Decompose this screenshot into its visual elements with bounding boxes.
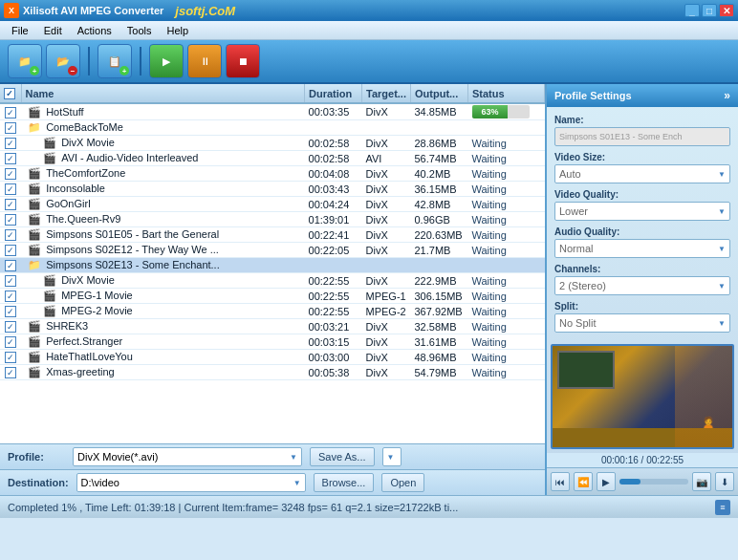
task-add-button[interactable]: 📋 + — [98, 44, 132, 78]
row-name-cell: 🎬 HateThatILoveYou — [21, 350, 305, 365]
table-row[interactable]: 🎬 GoOnGirl 00:04:24 DivX 42.8MB Waiting — [0, 197, 545, 212]
video-size-row: Video Size: Auto ▼ — [554, 152, 730, 183]
prev-frame-button[interactable]: ⏮ — [551, 472, 570, 491]
row-checkbox[interactable] — [5, 199, 16, 210]
row-checkbox[interactable] — [5, 291, 16, 302]
row-checkbox[interactable] — [5, 138, 16, 149]
row-output: 0.96GB — [411, 212, 468, 227]
row-target: DivX — [362, 273, 411, 289]
play-icon: ▶ — [163, 55, 170, 68]
remove-file-button[interactable]: 📂 − — [46, 44, 80, 78]
close-button[interactable]: ✕ — [719, 4, 734, 17]
maximize-button[interactable]: □ — [702, 4, 717, 17]
table-row[interactable]: 🎬 AVI - Audio-Video Interleaved 00:02:58… — [0, 151, 545, 166]
status-waiting: Waiting — [472, 199, 507, 210]
row-checkbox[interactable] — [5, 214, 16, 226]
row-duration: 00:03:43 — [305, 182, 362, 197]
row-target: MPEG-2 — [362, 304, 411, 319]
volume-slider[interactable] — [619, 479, 688, 485]
table-row[interactable]: 🎬 SHREK3 00:03:21 DivX 32.58MB Waiting — [0, 319, 545, 334]
row-checkbox[interactable] — [5, 321, 16, 333]
row-duration: 00:22:55 — [305, 304, 362, 319]
panel-expand-button[interactable]: » — [724, 89, 730, 102]
row-checkbox[interactable] — [5, 153, 16, 164]
row-name-cell: 📁 ComeBackToMe — [21, 120, 305, 136]
split-label: Split: — [554, 301, 730, 312]
table-row[interactable]: 🎬 Inconsolable 00:03:43 DivX 36.15MB Wai… — [0, 182, 545, 197]
open-button[interactable]: Open — [381, 473, 424, 492]
table-row[interactable]: 🎬 DivX Movie 00:02:58 DivX 28.86MB Waiti… — [0, 136, 545, 151]
browse-button[interactable]: Browse... — [314, 473, 375, 492]
stop-button[interactable]: ⏹ — [226, 44, 260, 78]
camera-button[interactable]: 📷 — [692, 472, 711, 491]
pause-button[interactable]: ⏸ — [187, 44, 222, 78]
row-target: DivX — [362, 166, 411, 182]
preview-timecode: 00:00:16 / 00:22:55 — [547, 453, 738, 467]
table-row[interactable]: 🎬 MPEG-2 Movie 00:22:55 MPEG-2 367.92MB … — [0, 304, 545, 319]
video-size-combo[interactable]: Auto ▼ — [554, 164, 730, 183]
row-checkbox[interactable] — [5, 306, 16, 317]
menu-tools[interactable]: Tools — [119, 23, 160, 38]
row-checkbox[interactable] — [5, 168, 16, 180]
dest-combo[interactable]: D:\video ▼ — [76, 473, 306, 492]
row-checkbox[interactable] — [5, 245, 16, 256]
title-bar: X Xilisoft AVI MPEG Converter jsoftj.CoM… — [0, 0, 738, 21]
row-name: SHREK3 — [46, 320, 88, 332]
table-row[interactable]: 🎬 Xmas-greeting 00:05:38 DivX 54.79MB Wa… — [0, 365, 545, 380]
menu-actions[interactable]: Actions — [70, 23, 119, 38]
row-checkbox[interactable] — [5, 367, 16, 378]
channels-combo[interactable]: 2 (Stereo) ▼ — [554, 276, 730, 295]
table-row[interactable]: 🎬 MPEG-1 Movie 00:22:55 MPEG-1 306.15MB … — [0, 289, 545, 304]
row-checkbox[interactable] — [5, 260, 16, 271]
row-checkbox[interactable] — [5, 336, 16, 348]
channels-arrow-icon: ▼ — [718, 282, 726, 291]
select-all-checkbox[interactable] — [4, 88, 15, 99]
video-quality-combo[interactable]: Lower ▼ — [554, 202, 730, 221]
row-target: DivX — [362, 136, 411, 151]
row-checkbox-cell — [0, 289, 21, 304]
status-detail-button[interactable]: ≡ — [715, 500, 730, 515]
row-checkbox[interactable] — [5, 183, 16, 195]
play-button[interactable]: ▶ — [149, 44, 184, 78]
table-row[interactable]: 🎬 HateThatILoveYou 00:03:00 DivX 48.96MB… — [0, 350, 545, 365]
row-checkbox-cell — [0, 120, 21, 136]
row-output: 56.74MB — [411, 151, 468, 166]
row-name-cell: 🎬 AVI - Audio-Video Interleaved — [21, 151, 305, 166]
minimize-button[interactable]: _ — [684, 4, 700, 17]
table-row[interactable]: 📁 Simpsons S02E13 - Some Enchant... — [0, 258, 545, 273]
row-status: Waiting — [468, 365, 545, 380]
row-checkbox[interactable] — [5, 122, 16, 134]
row-output: 220.63MB — [411, 227, 468, 243]
row-name: Simpsons S01E05 - Bart the General — [46, 228, 219, 240]
menu-help[interactable]: Help — [159, 23, 196, 38]
col-header-target: Target... — [362, 84, 411, 103]
split-combo[interactable]: No Split ▼ — [554, 313, 730, 333]
table-row[interactable]: 🎬 TheComfortZone 00:04:08 DivX 40.2MB Wa… — [0, 166, 545, 182]
profile-combo[interactable]: DivX Movie(*.avi) ▼ — [73, 447, 302, 466]
table-row[interactable]: 🎬 The.Queen-Rv9 01:39:01 DivX 0.96GB Wai… — [0, 212, 545, 227]
download-button[interactable]: ⬇ — [715, 472, 734, 491]
video-size-value: Auto — [559, 168, 581, 180]
row-name: HateThatILoveYou — [46, 351, 133, 362]
row-checkbox[interactable] — [5, 275, 16, 287]
mc-play-button[interactable]: ▶ — [597, 472, 616, 491]
rewind-button[interactable]: ⏪ — [574, 472, 593, 491]
save-type-combo[interactable]: ▼ — [382, 447, 402, 466]
add-file-button[interactable]: 📁 + — [8, 44, 42, 78]
table-row[interactable]: 🎬 HotStuff 00:03:35 DivX 34.85MB 63% — [0, 103, 545, 120]
menu-edit[interactable]: Edit — [36, 23, 70, 38]
blackboard-graphic — [557, 351, 615, 389]
audio-quality-combo[interactable]: Normal ▼ — [554, 239, 730, 258]
table-row[interactable]: 🎬 Simpsons S01E05 - Bart the General 00:… — [0, 227, 545, 243]
menu-file[interactable]: File — [4, 23, 36, 38]
table-row[interactable]: 📁 ComeBackToMe — [0, 120, 545, 136]
media-controls: ⏮ ⏪ ▶ 📷 ⬇ — [547, 467, 738, 495]
row-checkbox[interactable] — [5, 352, 16, 363]
table-row[interactable]: 🎬 DivX Movie 00:22:55 DivX 222.9MB Waiti… — [0, 273, 545, 289]
table-row[interactable]: 🎬 Perfect.Stranger 00:03:15 DivX 31.61MB… — [0, 334, 545, 350]
table-row[interactable]: 🎬 Simpsons S02E12 - They Way We ... 00:2… — [0, 243, 545, 258]
row-checkbox[interactable] — [5, 229, 16, 241]
row-name-cell: 🎬 MPEG-2 Movie — [21, 304, 305, 319]
row-checkbox[interactable] — [5, 107, 16, 118]
save-as-button[interactable]: Save As... — [310, 447, 375, 466]
